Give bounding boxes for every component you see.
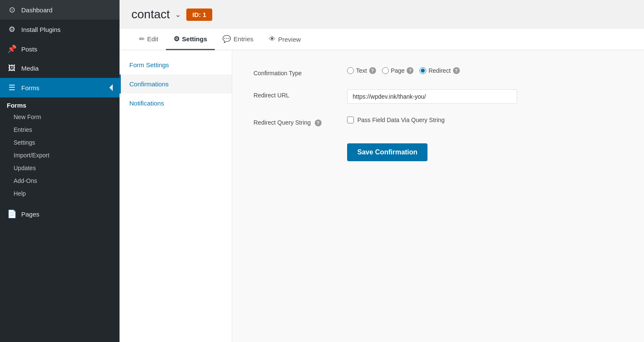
pass-field-data-label: Pass Field Data Via Query String	[357, 117, 445, 123]
sidebar-item-label: Posts	[21, 46, 37, 53]
redirect-query-label: Redirect Query String ?	[254, 117, 339, 126]
sidebar-item-label: Install Plugins	[21, 26, 61, 33]
sidebar-item-pages[interactable]: 📄 Pages	[0, 204, 120, 224]
query-string-help-icon[interactable]: ?	[315, 120, 322, 126]
redirect-query-control: Pass Field Data Via Query String	[347, 117, 445, 123]
radio-page-input[interactable]	[382, 67, 389, 74]
sidebar-item-label: Media	[21, 65, 39, 72]
main-content: contact ⌄ ID: 1 ✏ Edit ⚙ Settings 💬 Entr…	[120, 0, 644, 342]
topbar: contact ⌄ ID: 1	[120, 0, 644, 29]
notifications-label: Notifications	[129, 100, 164, 107]
save-button-row: Save Confirmation	[254, 139, 623, 161]
redirect-query-row: Redirect Query String ? Pass Field Data …	[254, 117, 623, 126]
forms-section-label: Forms	[0, 97, 120, 111]
sidebar-sub-add-ons[interactable]: Add-Ons	[0, 174, 120, 187]
tab-navigation: ✏ Edit ⚙ Settings 💬 Entries 👁 Preview	[120, 29, 644, 50]
tab-entries[interactable]: 💬 Entries	[215, 29, 261, 50]
radio-text-input[interactable]	[347, 67, 354, 74]
sidebar-sub-help[interactable]: Help	[0, 187, 120, 200]
redirect-url-label: Redirect URL	[254, 89, 339, 99]
sidebar-item-label: Forms	[21, 84, 40, 91]
form-settings-label: Form Settings	[129, 61, 169, 68]
preview-icon: 👁	[269, 35, 276, 43]
tab-preview[interactable]: 👁 Preview	[261, 29, 308, 50]
sidebar: ⊙ Dashboard ⚙ Install Plugins 📌 Posts 🖼 …	[0, 0, 120, 342]
sidebar-sub-entries[interactable]: Entries	[0, 123, 120, 136]
confirmation-type-label: Confirmation Type	[254, 67, 339, 77]
left-panel: Form Settings Confirmations Notification…	[120, 50, 232, 342]
text-help-icon[interactable]: ?	[369, 67, 376, 74]
tab-edit-label: Edit	[147, 35, 158, 43]
radio-page-label: Page	[391, 67, 405, 74]
confirmations-label: Confirmations	[129, 80, 169, 88]
sidebar-item-install-plugins[interactable]: ⚙ Install Plugins	[0, 20, 120, 39]
tab-edit[interactable]: ✏ Edit	[131, 29, 166, 50]
form-title: contact	[131, 8, 170, 21]
sidebar-item-label: Dashboard	[21, 6, 52, 14]
tab-entries-label: Entries	[234, 35, 254, 43]
forms-icon: ☰	[7, 83, 17, 92]
left-panel-confirmations[interactable]: Confirmations	[120, 74, 232, 94]
sidebar-sub-settings[interactable]: Settings	[0, 136, 120, 149]
sidebar-sub-new-form[interactable]: New Form	[0, 111, 120, 123]
active-arrow	[109, 84, 113, 91]
save-confirmation-button[interactable]: Save Confirmation	[347, 143, 427, 161]
sidebar-sub-updates[interactable]: Updates	[0, 162, 120, 174]
radio-redirect-option[interactable]: Redirect ?	[419, 67, 459, 74]
sidebar-item-forms[interactable]: ☰ Forms	[0, 78, 120, 97]
sidebar-item-label: Pages	[21, 211, 40, 218]
tab-settings-label: Settings	[182, 35, 207, 43]
content-area: Form Settings Confirmations Notification…	[120, 50, 644, 342]
tab-settings[interactable]: ⚙ Settings	[166, 29, 215, 50]
radio-redirect-input[interactable]	[419, 67, 426, 74]
dashboard-icon: ⊙	[7, 5, 17, 14]
sidebar-item-dashboard[interactable]: ⊙ Dashboard	[0, 0, 120, 20]
tab-preview-label: Preview	[278, 36, 301, 43]
edit-icon: ✏	[139, 35, 145, 43]
right-content: Confirmation Type Text ? Page ? Redir	[232, 50, 644, 342]
settings-icon: ⚙	[174, 35, 180, 43]
media-icon: 🖼	[7, 64, 17, 73]
redirect-url-input[interactable]	[347, 89, 517, 104]
left-panel-notifications[interactable]: Notifications	[120, 94, 232, 113]
pass-field-data-checkbox-label[interactable]: Pass Field Data Via Query String	[347, 117, 445, 123]
left-panel-form-settings[interactable]: Form Settings	[120, 55, 232, 74]
confirmation-type-row: Confirmation Type Text ? Page ? Redir	[254, 67, 623, 77]
gear-icon: ⚙	[7, 25, 17, 34]
sidebar-sub-import-export[interactable]: Import/Export	[0, 149, 120, 162]
radio-page-option[interactable]: Page ?	[382, 67, 414, 74]
chevron-down-icon[interactable]: ⌄	[175, 10, 181, 19]
id-badge: ID: 1	[186, 9, 212, 21]
posts-icon: 📌	[7, 44, 17, 54]
radio-redirect-label: Redirect	[428, 67, 450, 74]
sidebar-item-media[interactable]: 🖼 Media	[0, 59, 120, 78]
redirect-url-control	[347, 89, 517, 104]
redirect-help-icon[interactable]: ?	[453, 67, 460, 74]
redirect-url-row: Redirect URL	[254, 89, 623, 104]
page-help-icon[interactable]: ?	[407, 67, 413, 74]
entries-icon: 💬	[222, 35, 231, 43]
confirmation-type-control: Text ? Page ? Redirect ?	[347, 67, 460, 74]
pass-field-data-checkbox[interactable]	[347, 117, 354, 123]
radio-text-option[interactable]: Text ?	[347, 67, 376, 74]
radio-text-label: Text	[356, 67, 367, 74]
pages-icon: 📄	[7, 209, 17, 219]
sidebar-item-posts[interactable]: 📌 Posts	[0, 39, 120, 59]
